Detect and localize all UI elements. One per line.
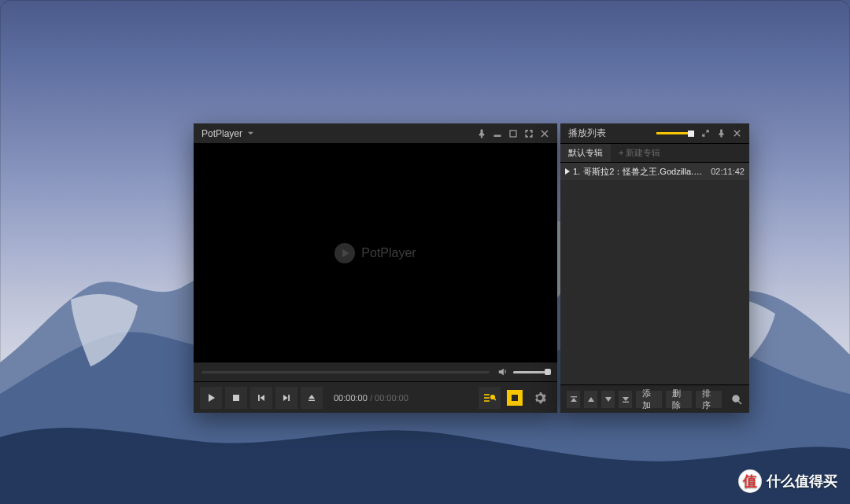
playlist-body[interactable]: 1. 哥斯拉2：怪兽之王.Godzilla.King.of.t... 02:11… (560, 163, 749, 384)
item-name: 哥斯拉2：怪兽之王.Godzilla.King.of.t... (583, 166, 708, 178)
btn-label: 删除 (672, 388, 686, 411)
playlist-window: 播放列表 默认专辑 + 新建专辑 1. 哥斯拉2：怪兽之王.Godzilla.K… (560, 123, 749, 413)
playlist-title: 播放列表 (568, 127, 606, 140)
delete-button[interactable]: 删除 (666, 391, 692, 408)
playlist-search-button[interactable] (479, 387, 501, 409)
item-duration: 02:11:42 (711, 167, 745, 176)
timecode: 00:00:00 / 00:00:00 (334, 393, 408, 403)
square-icon (507, 390, 523, 406)
svg-rect-1 (494, 135, 501, 137)
svg-line-11 (494, 398, 496, 399)
svg-rect-12 (720, 134, 721, 137)
item-index: 1. (573, 167, 580, 176)
play-indicator-icon (565, 168, 570, 175)
btn-label: 添加 (642, 388, 656, 411)
time-current: 00:00:00 (334, 393, 368, 403)
move-up-button[interactable] (584, 391, 597, 408)
tab-default-album[interactable]: 默认专辑 (560, 144, 611, 162)
svg-rect-2 (510, 131, 516, 137)
next-button[interactable] (275, 387, 298, 409)
maximize-button[interactable] (505, 126, 521, 142)
fullscreen-button[interactable] (521, 126, 537, 142)
titlebar[interactable]: PotPlayer (194, 123, 557, 144)
playlist-toggle-button[interactable] (504, 387, 526, 409)
sort-button[interactable]: 排序 (696, 391, 722, 408)
watermark-text: 什么值得买 (767, 472, 837, 491)
eject-button[interactable] (301, 387, 323, 409)
volume-control[interactable] (497, 366, 549, 377)
controls-bar: 00:00:00 / 00:00:00 (194, 381, 557, 413)
svg-point-15 (733, 395, 739, 402)
video-placeholder-text: PotPlayer (361, 246, 416, 260)
move-bottom-button[interactable] (619, 391, 632, 408)
move-top-button[interactable] (567, 391, 580, 408)
minimize-button[interactable] (490, 126, 505, 142)
svg-rect-0 (481, 135, 482, 138)
play-button[interactable] (200, 387, 222, 409)
svg-rect-5 (288, 395, 290, 401)
app-menu[interactable]: PotPlayer (201, 128, 254, 139)
stop-button[interactable] (225, 387, 247, 409)
pin-button[interactable] (474, 126, 490, 142)
playlist-footer: 添加 删除 排序 (560, 384, 749, 413)
svg-line-16 (738, 401, 741, 404)
watermark-badge: 值 什么值得买 (738, 469, 837, 493)
svg-point-10 (491, 395, 495, 399)
playlist-tabs: 默认专辑 + 新建专辑 (560, 144, 749, 163)
seek-bar[interactable] (201, 371, 490, 373)
playlist-search-button[interactable] (730, 391, 743, 408)
seek-row (194, 362, 557, 381)
tab-label: + 新建专辑 (619, 147, 660, 159)
svg-rect-6 (309, 399, 315, 401)
playlist-titlebar[interactable]: 播放列表 (560, 123, 749, 144)
speaker-icon (497, 366, 508, 377)
app-name: PotPlayer (201, 128, 242, 139)
playlist-item[interactable]: 1. 哥斯拉2：怪兽之王.Godzilla.King.of.t... 02:11… (560, 163, 749, 180)
chevron-down-icon (247, 130, 254, 137)
watermark-icon: 值 (738, 469, 762, 493)
btn-label: 排序 (702, 388, 715, 411)
volume-slider[interactable] (513, 371, 549, 373)
tab-label: 默认专辑 (568, 147, 603, 159)
playlist-expand-button[interactable] (697, 126, 713, 142)
video-area[interactable]: PotPlayer (194, 144, 557, 362)
potplayer-logo-icon (334, 243, 355, 263)
playlist-dock-button[interactable] (713, 126, 729, 142)
add-button[interactable]: 添加 (636, 391, 662, 408)
time-duration: 00:00:00 (375, 393, 408, 403)
svg-rect-13 (571, 396, 577, 397)
svg-rect-3 (233, 395, 239, 401)
close-button[interactable] (537, 126, 552, 142)
playlist-opacity-slider[interactable] (656, 132, 694, 134)
svg-rect-4 (258, 395, 260, 401)
tab-new-album[interactable]: + 新建专辑 (611, 144, 668, 162)
previous-button[interactable] (250, 387, 272, 409)
potplayer-window: PotPlayer PotPlayer 00:00:00 / 00:00:00 (194, 123, 557, 413)
settings-button[interactable] (529, 387, 551, 409)
playlist-close-button[interactable] (729, 126, 745, 142)
move-down-button[interactable] (601, 391, 615, 408)
svg-rect-14 (623, 401, 629, 402)
